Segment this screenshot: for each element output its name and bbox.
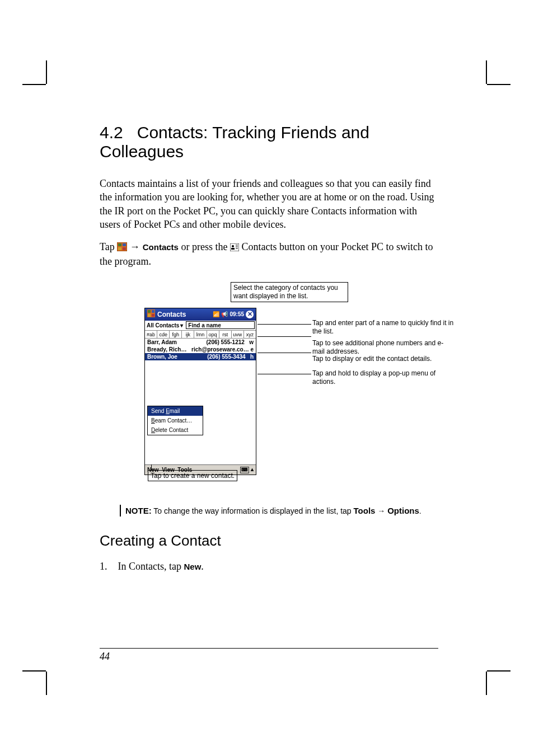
alpha-tab[interactable]: uvw: [232, 331, 244, 338]
text: Tap: [100, 241, 117, 252]
svg-rect-3: [118, 247, 121, 250]
alpha-index[interactable]: #ab cde fgh ijk lmn opq rst uvw xyz: [145, 331, 256, 339]
text: To change the way information is display…: [152, 506, 354, 515]
svg-rect-4: [123, 247, 126, 250]
menu-item-send-email[interactable]: Send Email: [148, 406, 203, 416]
alpha-tab[interactable]: #ab: [145, 331, 157, 338]
lead-line: [151, 464, 152, 470]
ppc-title-text: Contacts: [157, 311, 186, 318]
arrow-icon: →: [130, 241, 143, 252]
subsection-heading: Creating a Contact: [100, 532, 438, 550]
svg-rect-7: [231, 248, 235, 250]
svg-point-6: [232, 245, 234, 247]
section-number: 4.2: [100, 123, 123, 142]
svg-rect-5: [230, 243, 239, 251]
menu-contacts: Contacts: [143, 242, 179, 252]
filter-label: All Contacts: [147, 322, 179, 328]
text: .: [419, 506, 421, 515]
connectivity-icon[interactable]: 📶: [213, 311, 219, 317]
crop-mark: [487, 84, 510, 85]
menu-item-delete[interactable]: Delete Contact: [148, 425, 203, 435]
lead-line: [257, 374, 311, 374]
section-title: Contacts: Tracking Friends and Colleague…: [100, 123, 369, 161]
contacts-button-icon: [230, 241, 239, 255]
contact-name: Bready, Rich…: [147, 346, 186, 353]
arrow-icon: →: [375, 506, 387, 515]
contact-row[interactable]: Barr, Adam (206) 555-1212 w: [145, 339, 256, 346]
chevron-down-icon: ▾: [180, 322, 183, 328]
callout-find: Tap and enter part of a name to quickly …: [312, 319, 458, 336]
crop-mark: [486, 60, 487, 84]
alpha-tab[interactable]: fgh: [170, 331, 182, 338]
crop-mark: [486, 672, 487, 695]
contact-row-selected[interactable]: Brown, Joe (206) 555-3434 h: [145, 353, 256, 360]
text: In Contacts, tap: [118, 561, 184, 572]
start-icon: [117, 241, 127, 255]
crop-mark: [22, 670, 46, 672]
svg-rect-14: [148, 314, 151, 317]
start-icon[interactable]: [147, 309, 155, 319]
menu-item-beam[interactable]: Beam Contact…: [148, 416, 203, 425]
note-block: NOTE: To change the way information is d…: [120, 505, 438, 517]
find-name-input[interactable]: Find a name: [186, 321, 255, 329]
clock[interactable]: 09:55: [229, 311, 244, 317]
keyboard-icon[interactable]: ⌨: [240, 467, 249, 473]
context-menu: Send Email Beam Contact… Delete Contact: [147, 406, 203, 435]
contact-tag[interactable]: w: [249, 339, 254, 345]
lead-line: [257, 336, 311, 337]
alpha-tab[interactable]: cde: [157, 331, 170, 338]
intro-paragraph: Contacts maintains a list of your friend…: [100, 177, 438, 231]
alpha-tab[interactable]: ijk: [182, 331, 194, 338]
menu-new: New: [184, 562, 201, 571]
callout-new: Tap to create a new contact.: [148, 470, 237, 481]
svg-rect-13: [152, 310, 154, 313]
figure: Select the category of contacts you want…: [144, 284, 438, 491]
contact-tag[interactable]: h: [250, 354, 254, 360]
step-1: 1. In Contacts, tap New.: [100, 561, 438, 572]
callout-popup: Tap and hold to display a pop-up menu of…: [312, 369, 452, 386]
contact-list: Barr, Adam (206) 555-1212 w Bready, Rich…: [145, 339, 256, 464]
callout-details: Tap to display or edit the contact detai…: [312, 355, 452, 363]
page-number: 44: [100, 648, 438, 663]
ppc-filter-row: All Contacts ▾ Find a name: [145, 321, 256, 331]
lead-line: [257, 324, 311, 325]
alpha-tab[interactable]: xyz: [244, 331, 256, 338]
callout-text: Select the category of contacts you want…: [231, 282, 348, 302]
alpha-tab[interactable]: opq: [207, 331, 219, 338]
contact-value: (206) 555-1212: [206, 339, 244, 345]
speaker-icon[interactable]: 📢: [221, 311, 228, 317]
note-label: NOTE:: [125, 506, 152, 515]
crop-mark: [46, 672, 47, 695]
chevron-up-icon[interactable]: ▴: [251, 466, 254, 472]
svg-rect-15: [152, 314, 154, 317]
svg-rect-2: [123, 243, 126, 246]
svg-rect-12: [148, 310, 151, 313]
section-heading: 4.2 Contacts: Tracking Friends and Colle…: [100, 123, 438, 161]
callout-expand: Tap to see additional phone numbers and …: [312, 339, 447, 356]
text: .: [201, 561, 204, 572]
callout-category: Select the category of contacts you want…: [231, 282, 348, 302]
contact-value: (206) 555-3434: [207, 354, 245, 360]
contact-name: Barr, Adam: [147, 339, 177, 345]
contact-tag[interactable]: e: [250, 346, 254, 353]
close-icon[interactable]: ✕: [246, 311, 254, 318]
text: or press the: [181, 241, 229, 252]
menu-options: Options: [387, 506, 419, 515]
lead-line: [257, 353, 311, 353]
pocketpc-screenshot: Contacts 📶 📢 09:55 ✕ All Contacts ▾ Find…: [144, 308, 256, 475]
alpha-tab[interactable]: lmn: [194, 331, 207, 338]
launch-paragraph: Tap → Contacts or press the Contacts but…: [100, 240, 438, 269]
svg-rect-1: [118, 243, 121, 246]
crop-mark: [487, 670, 510, 672]
menu-tools: Tools: [354, 506, 376, 515]
ppc-titlebar[interactable]: Contacts 📶 📢 09:55 ✕: [145, 308, 256, 321]
contact-value: rich@proseware.co…: [191, 346, 249, 353]
contact-row[interactable]: Bready, Rich… rich@proseware.co… e: [145, 346, 256, 353]
contact-name: Brown, Joe: [147, 354, 177, 360]
alpha-tab[interactable]: rst: [219, 331, 232, 338]
category-filter[interactable]: All Contacts ▾: [145, 322, 185, 328]
step-number: 1.: [100, 561, 115, 572]
crop-mark: [22, 84, 46, 85]
crop-mark: [46, 60, 47, 84]
